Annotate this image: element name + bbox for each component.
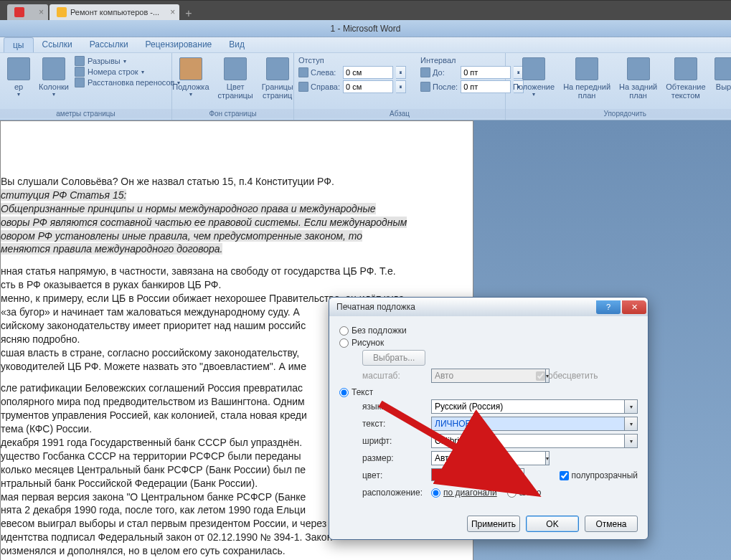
- right-indent-label: Справа:: [311, 82, 340, 91]
- columns-button[interactable]: Колонки▾: [36, 56, 72, 99]
- radio-diagonal[interactable]: по диагонали: [431, 488, 497, 498]
- radio-input[interactable]: [339, 338, 349, 348]
- spinner[interactable]: ▲▼: [396, 80, 406, 93]
- wrap-icon: [674, 57, 697, 80]
- align-button[interactable]: Выро: [712, 56, 731, 92]
- chevron-down-icon[interactable]: ▾: [546, 451, 550, 465]
- browser-tab-2[interactable]: Ремонт компьютеров -... ×: [49, 4, 179, 20]
- radio-label: Рисунок: [352, 338, 384, 348]
- page-icon: [7, 57, 30, 80]
- size-label: размер:: [362, 453, 427, 463]
- group-label: аметры страницы: [0, 109, 171, 118]
- language-combo[interactable]: [431, 399, 625, 414]
- breaks-icon: [75, 56, 85, 66]
- before-input[interactable]: [461, 66, 511, 79]
- tab-favicon: [14, 7, 24, 17]
- left-indent-input[interactable]: [343, 66, 393, 79]
- hyphenation-button[interactable]: Расстановка переносов ▾: [75, 77, 180, 87]
- new-tab-button[interactable]: +: [181, 7, 196, 20]
- browser-tab-strip: × Ремонт компьютеров -... × +: [0, 0, 731, 20]
- radio-input[interactable]: [431, 488, 440, 498]
- size-button[interactable]: ер▾: [4, 56, 33, 99]
- group-page-setup: ер▾ Колонки▾ Разрывы ▾ Номера строк ▾ Ра…: [0, 53, 172, 120]
- radio-input[interactable]: [339, 326, 349, 336]
- watermark-button[interactable]: Подложка▾: [169, 56, 212, 99]
- space-after-icon: [420, 82, 430, 92]
- spinner[interactable]: ▲▼: [396, 66, 406, 79]
- font-combo[interactable]: [431, 434, 625, 448]
- doc-text: оизменялся и дополнялся, но в целом его …: [1, 544, 473, 558]
- radio-label: Без подложки: [352, 326, 407, 336]
- radio-input[interactable]: [339, 388, 349, 397]
- layout-label: расположение:: [362, 488, 427, 498]
- indent-label: Отступ: [298, 56, 406, 65]
- doc-text: оворы РФ являются составной частью ее пр…: [1, 217, 407, 228]
- cancel-button[interactable]: Отмена: [585, 516, 638, 532]
- tab-favicon: [57, 7, 67, 17]
- apply-button[interactable]: Применить: [467, 516, 520, 532]
- close-icon[interactable]: ×: [39, 7, 44, 17]
- radio-text[interactable]: Текст: [339, 387, 638, 397]
- after-label: После:: [433, 82, 458, 91]
- browser-tab-1[interactable]: ×: [7, 4, 48, 20]
- semitransparent-checkbox[interactable]: [560, 471, 569, 480]
- ribbon-tab-view[interactable]: Вид: [220, 37, 253, 52]
- chevron-down-icon[interactable]: ▾: [513, 468, 524, 483]
- color-label: цвет:: [362, 470, 427, 480]
- size-combo[interactable]: [431, 451, 546, 465]
- radio-picture[interactable]: Рисунок: [339, 338, 638, 348]
- send-back-icon: [627, 57, 650, 80]
- ribbon-tab-mailings[interactable]: Рассылки: [81, 37, 137, 52]
- close-button[interactable]: ✕: [622, 300, 646, 314]
- ribbon: ер▾ Колонки▾ Разрывы ▾ Номера строк ▾ Ра…: [0, 53, 731, 120]
- dialog-title: Печатная подложка: [336, 302, 415, 312]
- ribbon-tab-references[interactable]: Ссылки: [34, 37, 81, 52]
- scale-combo: [431, 369, 546, 383]
- ok-button[interactable]: OK: [526, 516, 579, 532]
- color-swatch[interactable]: [431, 468, 513, 481]
- position-button[interactable]: Положение▾: [510, 56, 557, 99]
- doc-text: меняются правила международного договора…: [1, 243, 222, 255]
- washout-label: обесцветить: [548, 371, 598, 381]
- chevron-down-icon[interactable]: ▾: [625, 417, 638, 431]
- columns-icon: [42, 57, 65, 80]
- radio-label: альго: [519, 488, 542, 498]
- right-indent-input[interactable]: [343, 80, 393, 93]
- hyphenation-icon: [75, 77, 85, 87]
- app-titlebar: 1 - Microsoft Word: [0, 20, 731, 37]
- doc-text: Вы слушали Соловьёва? Он же назвал стать…: [1, 175, 473, 189]
- borders-button[interactable]: Границыстраниц: [259, 56, 296, 101]
- bring-front-button[interactable]: На переднийплан: [560, 56, 613, 101]
- dialog-titlebar[interactable]: Печатная подложка ? ✕: [329, 298, 648, 316]
- chevron-down-icon[interactable]: ▾: [625, 434, 638, 448]
- text-wrap-button[interactable]: Обтеканиетекстом: [663, 56, 708, 101]
- ribbon-tab-review[interactable]: Рецензирование: [137, 37, 221, 52]
- after-input[interactable]: [461, 80, 511, 93]
- indent-left-icon: [298, 67, 308, 77]
- radio-horizontal[interactable]: альго: [507, 488, 542, 498]
- radio-input[interactable]: [507, 488, 517, 498]
- select-picture-button: Выбрать...: [362, 350, 425, 366]
- ribbon-tab-layout[interactable]: цы: [4, 37, 34, 52]
- line-numbers-button[interactable]: Номера строк ▾: [75, 67, 180, 77]
- radio-no-watermark[interactable]: Без подложки: [339, 326, 638, 336]
- close-icon[interactable]: ×: [170, 7, 175, 17]
- borders-icon: [266, 57, 289, 80]
- page-color-icon: [224, 57, 247, 80]
- chevron-down-icon[interactable]: ▾: [625, 399, 638, 414]
- page-color-button[interactable]: Цветстраницы: [215, 56, 256, 101]
- language-label: язык:: [362, 402, 427, 412]
- breaks-button[interactable]: Разрывы ▾: [75, 56, 180, 66]
- doc-text: овором РФ установлены иные правила, чем …: [1, 230, 362, 242]
- send-back-button[interactable]: На заднийплан: [616, 56, 660, 101]
- tab-label: Ремонт компьютеров -...: [70, 8, 159, 16]
- align-icon: [715, 57, 731, 80]
- text-label: текст:: [362, 419, 427, 429]
- space-before-icon: [420, 67, 430, 77]
- text-combo[interactable]: [431, 417, 625, 431]
- help-button[interactable]: ?: [596, 300, 621, 314]
- font-label: шрифт:: [362, 436, 427, 446]
- indent-right-icon: [298, 82, 308, 92]
- group-label: Упорядочить: [506, 109, 731, 118]
- group-label: Фон страницы: [172, 109, 293, 118]
